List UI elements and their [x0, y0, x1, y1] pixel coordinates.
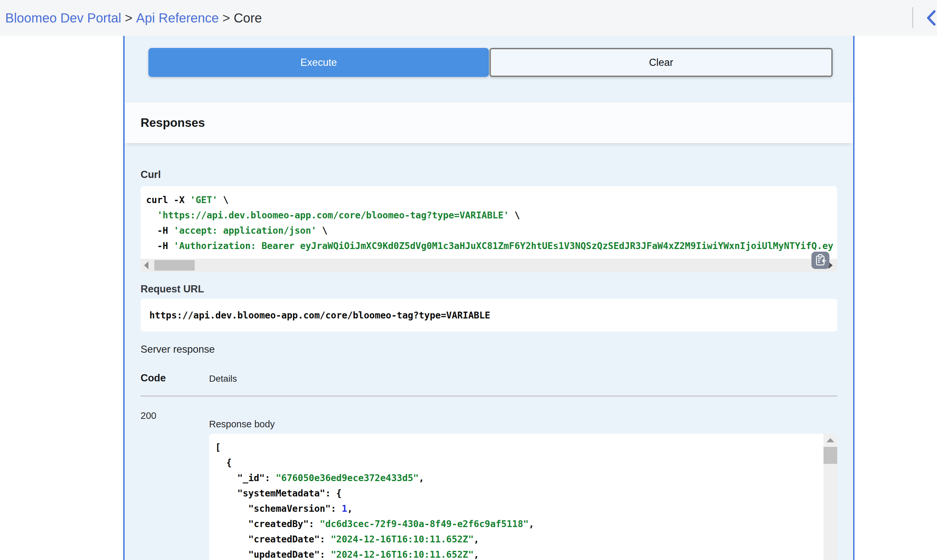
operation-panel: Execute Clear Responses Curl curl -X 'GE…: [123, 36, 854, 560]
copy-to-clipboard-button[interactable]: [811, 252, 829, 269]
vertical-scrollbar-thumb[interactable]: [823, 447, 837, 464]
chevron-left-icon: [926, 23, 937, 28]
curl-label: Curl: [140, 143, 837, 181]
code-line: "schemaVersion": 1,: [215, 501, 823, 516]
curl-command-box: curl -X 'GET' \ 'https://api.dev.bloomeo…: [140, 186, 837, 272]
code-line: "createdBy": "dc6d3cec-72f9-430a-8f49-e2…: [215, 516, 823, 532]
code-line: "_id": "676050e36ed9ece372e433d5",: [215, 470, 823, 486]
execute-section: Execute Clear: [125, 36, 853, 102]
page: Bloomeo Dev Portal > Api Reference > Cor…: [0, 0, 937, 560]
curl-command: curl -X 'GET' \ 'https://api.dev.bloomeo…: [140, 186, 837, 254]
breadcrumb: Bloomeo Dev Portal > Api Reference > Cor…: [5, 0, 262, 36]
breadcrumb-link[interactable]: Api Reference: [136, 11, 219, 25]
horizontal-scrollbar[interactable]: [140, 259, 837, 272]
clear-button[interactable]: Clear: [490, 48, 833, 77]
code-line: [: [215, 440, 823, 455]
execute-button[interactable]: Execute: [148, 48, 489, 77]
horizontal-scrollbar-thumb[interactable]: [154, 260, 195, 271]
response-table-header: Code Details: [140, 372, 837, 384]
responses-body: Curl curl -X 'GET' \ 'https://api.dev.bl…: [125, 143, 853, 560]
breadcrumb-current: Core: [234, 11, 262, 25]
vertical-scrollbar[interactable]: [823, 434, 837, 560]
top-bar: Bloomeo Dev Portal > Api Reference > Cor…: [0, 0, 937, 36]
execute-button-row: Execute Clear: [148, 48, 833, 77]
request-url-label: Request URL: [140, 272, 837, 295]
code-line: "updatedDate": "2024-12-16T16:10:11.652Z…: [215, 547, 823, 560]
response-body-json: [ { "_id": "676050e36ed9ece372e433d5", "…: [209, 434, 837, 560]
code-line: {: [215, 455, 823, 470]
code-column-header: Code: [140, 372, 209, 384]
response-body-label: Response body: [209, 410, 837, 429]
status-code: 200: [140, 410, 209, 560]
code-line: 'https://api.dev.bloomeo-app.com/core/bl…: [146, 208, 837, 223]
response-row: 200 Response body [ { "_id": "676050e36e…: [140, 396, 837, 560]
request-url-value: https://api.dev.bloomeo-app.com/core/blo…: [140, 299, 837, 331]
code-line: -H 'Authorization: Bearer eyJraWQiOiJmXC…: [146, 238, 837, 254]
response-details: Response body [ { "_id": "676050e36ed9ec…: [209, 410, 837, 560]
details-column-header: Details: [209, 372, 237, 384]
scroll-up-icon[interactable]: [826, 438, 834, 442]
code-line: curl -X 'GET' \: [146, 192, 837, 208]
code-line: "createdDate": "2024-12-16T16:10:11.652Z…: [215, 532, 823, 547]
breadcrumb-link[interactable]: Bloomeo Dev Portal: [5, 11, 121, 25]
clipboard-copy-icon: [814, 254, 827, 267]
breadcrumb-separator: >: [121, 11, 136, 25]
responses-title: Responses: [140, 116, 205, 130]
breadcrumb-separator: >: [219, 11, 234, 25]
collapse-panel-button[interactable]: [926, 9, 937, 26]
code-line: "systemMetadata": {: [215, 486, 823, 501]
code-line: -H 'accept: application/json' \: [146, 223, 837, 238]
responses-header: Responses: [125, 102, 853, 143]
scroll-left-icon[interactable]: [144, 262, 148, 269]
response-body-box: [ { "_id": "676050e36ed9ece372e433d5", "…: [209, 434, 837, 560]
server-response-label: Server response: [140, 331, 837, 355]
header-divider: [912, 7, 913, 28]
